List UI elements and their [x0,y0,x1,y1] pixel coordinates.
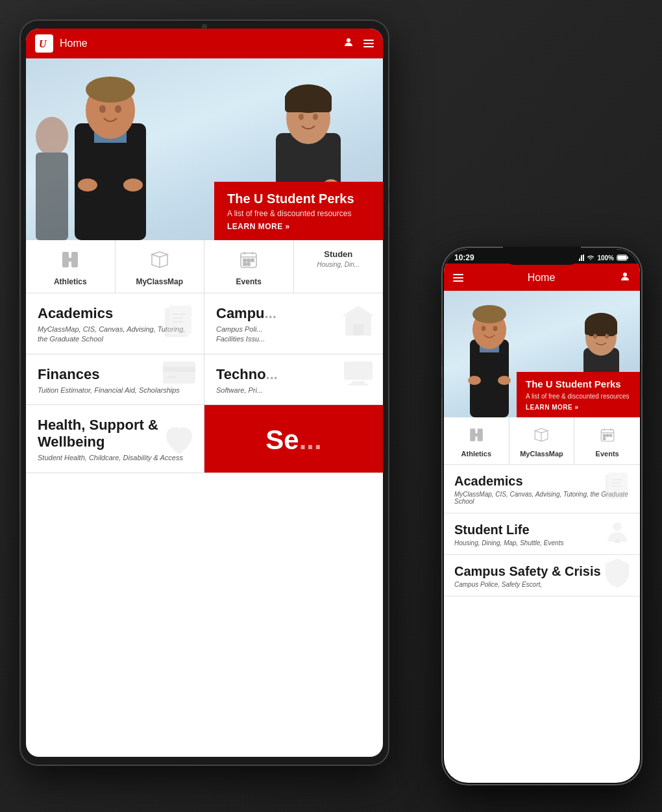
phone-device: 10:29 100% [441,247,643,785]
svg-point-61 [493,326,498,331]
finances-subtitle: Tuition Estimator, Financial Aid, Schola… [38,386,192,395]
svg-point-89 [613,522,621,530]
phone-hero-banner[interactable]: The U Student Perks A list of free & dis… [517,372,640,417]
svg-point-63 [498,376,511,385]
svg-point-7 [115,105,121,113]
academics-subtitle: MyClassMap, CIS, Canvas, Advising, Tutor… [38,325,192,345]
phone-status-icons: 100% [575,254,630,262]
tablet-menu-icon[interactable] [363,40,374,47]
svg-rect-68 [589,327,615,336]
svg-point-69 [593,334,597,339]
svg-rect-31 [243,263,246,265]
tablet-hero-cta[interactable]: LEARN MORE » [227,222,370,231]
phone-power-button [642,363,643,399]
tablet-header-icons [343,36,374,51]
tablet-user-icon[interactable] [343,36,354,51]
tablet-header: U Home [26,29,383,58]
tablet-tech-cell[interactable]: Techno... Software, Pri... [204,354,383,404]
tech-subtitle: Software, Pri... [216,386,371,395]
phone-nav-myclassmap[interactable]: MyClassMap [509,417,575,464]
svg-point-55 [623,273,627,277]
tablet-menu-list: Academics MyClassMap, CIS, Canvas, Advis… [26,293,383,757]
phone-hero-subtitle: A list of free & discounted resources [526,393,631,400]
svg-rect-87 [612,482,620,484]
phone-athletics-icon [468,426,485,446]
battery-icon [617,254,630,261]
svg-rect-32 [247,263,250,265]
svg-rect-83 [603,437,605,439]
phone-campus-safety-row[interactable]: Campus Safety & Crisis Campus Police, Sa… [444,555,640,597]
phone-student-life-row[interactable]: Student Life Housing, Dining, Map, Shutt… [444,513,640,555]
tablet-power-button [389,149,389,188]
tablet-volume-button [389,201,389,227]
phone-screen: 10:29 100% [444,249,640,783]
tablet-nav-myclassmap[interactable]: MyClassMap [116,240,205,293]
svg-rect-51 [583,254,584,261]
phone-vol-up-button [441,344,442,367]
svg-point-60 [482,326,486,331]
svg-point-15 [299,114,304,120]
svg-rect-54 [618,256,626,260]
student-bg-illustration [26,110,78,240]
phone-user-icon[interactable] [619,271,631,286]
svg-rect-30 [251,259,254,262]
tech-title: Techno... [216,366,371,383]
health-title: Health, Support & Wellbeing [38,417,192,450]
tablet-nav-athletics-label: Athletics [54,277,87,286]
finances-title: Finances [38,366,192,383]
phone-hero-cta[interactable]: LEARN MORE » [526,404,631,411]
phone-hamburger-icon[interactable] [453,274,463,282]
svg-point-1 [347,38,350,42]
tablet-header-title: Home [60,38,343,49]
phone-header: Home [444,264,640,291]
phone-quick-nav: Athletics MyClassMap [444,417,640,465]
svg-rect-14 [289,99,328,110]
phone-header-title: Home [463,272,619,284]
athletics-icon [60,249,80,273]
svg-point-62 [468,376,481,385]
phone-academics-bg-icon [601,469,633,508]
campus-title: Campu... [216,305,371,322]
phone-myclassmap-icon [533,426,550,446]
tablet-nav-athletics[interactable]: Athletics [26,240,116,293]
tablet-health-cell[interactable]: Health, Support & Wellbeing Student Heal… [26,405,204,472]
tablet-nav-student-life[interactable]: Studen Housing, Din... [294,240,384,293]
svg-point-5 [86,77,135,103]
tablet-hero-banner[interactable]: The U Student Perks A list of free & dis… [214,182,383,240]
tablet-campus-cell[interactable]: Campu... Campus Poli...Facilities Issu..… [204,293,383,354]
svg-rect-80 [603,434,605,436]
red-cell-label: Se... [265,424,321,456]
svg-point-16 [313,114,318,120]
phone-nav-athletics[interactable]: Athletics [444,417,509,464]
student-life-subtext-partial: Housing, Din... [299,261,378,269]
tablet-hero-subtitle: A list of free & discounted resources [227,209,370,218]
phone-nav-athletics-label: Athletics [461,450,491,458]
tablet-finances-cell[interactable]: Finances Tuition Estimator, Financial Ai… [26,354,204,404]
phone-battery: 100% [597,254,614,262]
tablet-red-cell[interactable]: Se... [204,405,383,472]
tablet-camera [202,24,207,29]
svg-rect-85 [609,473,628,497]
phone-hero-title: The U Student Perks [526,378,631,390]
svg-point-9 [123,178,143,191]
tablet-quick-nav: Athletics MyClassMap [26,240,383,293]
academics-title: Academics [38,305,192,322]
health-subtitle: Student Health, Childcare, Disability & … [38,453,192,463]
tablet-nav-events[interactable]: Events [204,240,294,293]
svg-rect-75 [470,434,483,437]
tablet-menu-row-2: Finances Tuition Estimator, Financial Ai… [26,354,383,405]
phone-menu-list: Academics MyClassMap, CIS, Canvas, Advis… [444,465,640,783]
phone-academics-row[interactable]: Academics MyClassMap, CIS, Canvas, Advis… [444,465,640,513]
tablet-menu-row-3: Health, Support & Wellbeing Student Heal… [26,405,383,473]
tablet-menu-row-1: Academics MyClassMap, CIS, Canvas, Advis… [26,293,383,354]
tablet-academics-cell[interactable]: Academics MyClassMap, CIS, Canvas, Advis… [26,293,204,354]
utah-logo[interactable]: U [35,34,53,53]
phone-nav-events[interactable]: Events [574,417,640,464]
phone-student-life-bg-icon [601,515,633,554]
svg-rect-82 [609,434,611,436]
svg-rect-20 [36,153,68,240]
svg-point-6 [99,105,106,113]
svg-rect-81 [606,434,608,436]
svg-rect-23 [62,258,78,262]
phone-vol-down-button [441,376,442,399]
